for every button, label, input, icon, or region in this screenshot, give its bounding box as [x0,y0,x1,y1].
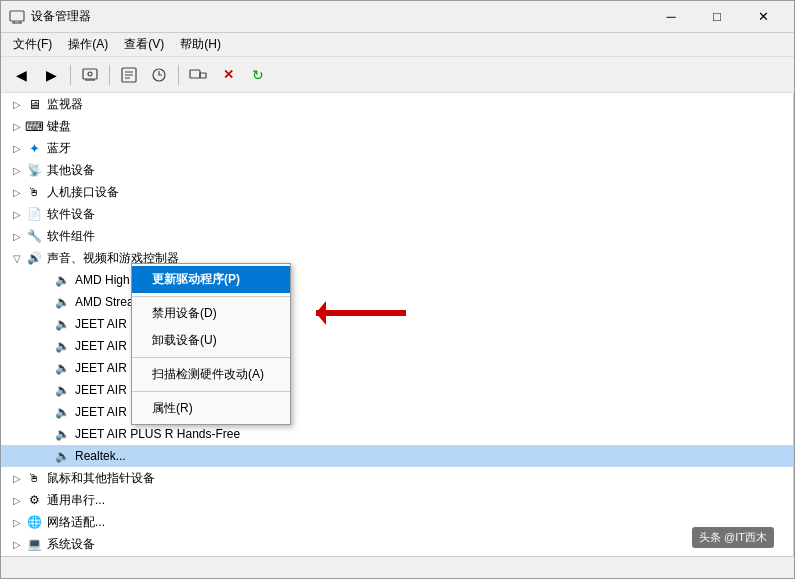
arrow-other: ▷ [9,162,25,178]
svg-rect-13 [200,73,206,78]
status-bar [1,556,794,578]
arrow-hid: ▷ [9,184,25,200]
arrow-sound: ▽ [9,250,25,266]
main-content: ▷ 监视器 ▷ 键盘 ▷ 蓝牙 ▷ 📡 其他设备 ▷ 🖱 [1,93,794,556]
context-menu-sep-2 [132,357,290,358]
context-menu-disable[interactable]: 禁用设备(D) [132,300,290,327]
icon-realtek: 🔈 [53,447,71,465]
warning-button[interactable]: ✕ [214,62,242,88]
icon-amd-stream: 🔈 [53,293,71,311]
icon-mouse: 🖱 [25,469,43,487]
tree-item-usb[interactable]: ▷ ⚙ 通用串行... [1,489,793,511]
minimize-button[interactable]: ─ [648,1,694,33]
close-button[interactable]: ✕ [740,1,786,33]
label-other: 其他设备 [47,162,793,179]
tree-item-sound[interactable]: ▽ 🔊 声音、视频和游戏控制器 [1,247,793,269]
svg-marker-15 [316,301,326,325]
tree-item-monitors[interactable]: ▷ 监视器 [1,93,793,115]
device-icon-button[interactable] [184,62,212,88]
forward-button[interactable]: ▶ [37,62,65,88]
icon-jeet-l-hf: 🔈 [53,359,71,377]
label-realtek: Realtek... [75,449,793,463]
tree-item-bluetooth[interactable]: ▷ 蓝牙 [1,137,793,159]
toolbar-separator-1 [70,65,71,85]
tree-item-jeet-r-hf[interactable]: ▷ 🔈 JEET AIR PLUS R Hands-Free [1,423,793,445]
icon-software: 📄 [25,205,43,223]
context-menu-update[interactable]: 更新驱动程序(P) [132,266,290,293]
icon-jeet-l-a2dp: 🔈 [53,337,71,355]
tree-item-keyboard[interactable]: ▷ 键盘 [1,115,793,137]
window-controls: ─ □ ✕ [648,1,786,33]
device-manager-window: 设备管理器 ─ □ ✕ 文件(F) 操作(A) 查看(V) 帮助(H) ◀ ▶ [0,0,795,579]
tree-item-other[interactable]: ▷ 📡 其他设备 [1,159,793,181]
icon-jeet-l: 🔈 [53,315,71,333]
label-mouse: 鼠标和其他指针设备 [47,470,793,487]
icon-keyboard [25,117,43,135]
label-system: 系统设备 [47,536,793,553]
title-icon [9,9,25,25]
label-jeet-r-hf: JEET AIR PLUS R Hands-Free [75,427,793,441]
arrow-usb: ▷ [9,492,25,508]
arrow-keyboard: ▷ [9,118,25,134]
icon-bluetooth [25,139,43,157]
icon-components: 🔧 [25,227,43,245]
arrow-network: ▷ [9,514,25,530]
tree-item-network[interactable]: ▷ 🌐 网络适配... [1,511,793,533]
back-button[interactable]: ◀ [7,62,35,88]
menu-help[interactable]: 帮助(H) [172,34,229,55]
title-bar: 设备管理器 ─ □ ✕ [1,1,794,33]
update-button[interactable] [145,62,173,88]
tree-item-jeet-r[interactable]: ▷ 🔈 JEET AIR PLUS R [1,379,793,401]
context-menu-sep-1 [132,296,290,297]
tree-item-display[interactable]: ▷ 🖥 显示适配... [1,555,793,556]
label-bluetooth: 蓝牙 [47,140,793,157]
menu-bar: 文件(F) 操作(A) 查看(V) 帮助(H) [1,33,794,57]
svg-rect-0 [10,11,24,21]
svg-point-5 [88,72,92,76]
maximize-button[interactable]: □ [694,1,740,33]
show-hidden-button[interactable] [76,62,104,88]
arrow-software: ▷ [9,206,25,222]
context-menu-scan[interactable]: 扫描检测硬件改动(A) [132,361,290,388]
icon-sound: 🔊 [25,249,43,267]
label-network: 网络适配... [47,514,793,531]
tree-item-system[interactable]: ▷ 💻 系统设备 [1,533,793,555]
icon-usb: ⚙ [25,491,43,509]
icon-hid: 🖱 [25,183,43,201]
tree-item-components[interactable]: ▷ 🔧 软件组件 [1,225,793,247]
label-monitors: 监视器 [47,96,793,113]
arrow-monitors: ▷ [9,96,25,112]
tree-item-jeet-r-a2dp[interactable]: ▷ 🔈 JEET AIR PLUS R A2DP SNK [1,401,793,423]
window-title: 设备管理器 [31,8,648,25]
menu-file[interactable]: 文件(F) [5,34,60,55]
svg-rect-12 [190,70,200,78]
tree-item-hid[interactable]: ▷ 🖱 人机接口设备 [1,181,793,203]
icon-other: 📡 [25,161,43,179]
context-menu-uninstall[interactable]: 卸载设备(U) [132,327,290,354]
context-menu-props[interactable]: 属性(R) [132,395,290,422]
context-menu: 更新驱动程序(P) 禁用设备(D) 卸载设备(U) 扫描检测硬件改动(A) 属性… [131,263,291,425]
arrow-bluetooth: ▷ [9,140,25,156]
label-hid: 人机接口设备 [47,184,793,201]
label-keyboard: 键盘 [47,118,793,135]
tree-item-software[interactable]: ▷ 📄 软件设备 [1,203,793,225]
svg-rect-4 [83,69,97,79]
properties-button[interactable] [115,62,143,88]
menu-view[interactable]: 查看(V) [116,34,172,55]
label-software: 软件设备 [47,206,793,223]
icon-monitors [25,95,43,113]
icon-jeet-r-a2dp: 🔈 [53,403,71,421]
refresh-button[interactable]: ↻ [244,62,272,88]
icon-network: 🌐 [25,513,43,531]
menu-action[interactable]: 操作(A) [60,34,116,55]
arrow-mouse: ▷ [9,470,25,486]
tree-item-jeet-l-hf[interactable]: ▷ 🔈 JEET AIR PLUS L Hands-Free [1,357,793,379]
watermark-text: 头条 @IT西木 [699,531,767,543]
arrow-system: ▷ [9,536,25,552]
label-components: 软件组件 [47,228,793,245]
icon-jeet-r: 🔈 [53,381,71,399]
context-menu-sep-3 [132,391,290,392]
toolbar-separator-3 [178,65,179,85]
tree-item-mouse[interactable]: ▷ 🖱 鼠标和其他指针设备 [1,467,793,489]
tree-item-realtek[interactable]: ▷ 🔈 Realtek... [1,445,793,467]
